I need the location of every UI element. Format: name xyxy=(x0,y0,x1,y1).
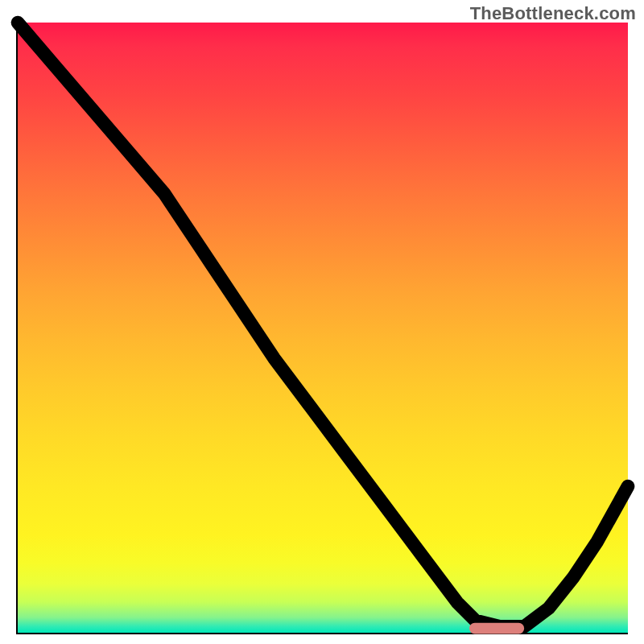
optimal-range-marker xyxy=(469,623,524,634)
watermark-text: TheBottleneck.com xyxy=(470,3,636,24)
chart-container: TheBottleneck.com xyxy=(0,0,644,644)
curve-layer xyxy=(18,23,628,633)
bottleneck-curve xyxy=(18,23,628,626)
plot-area xyxy=(16,23,628,634)
